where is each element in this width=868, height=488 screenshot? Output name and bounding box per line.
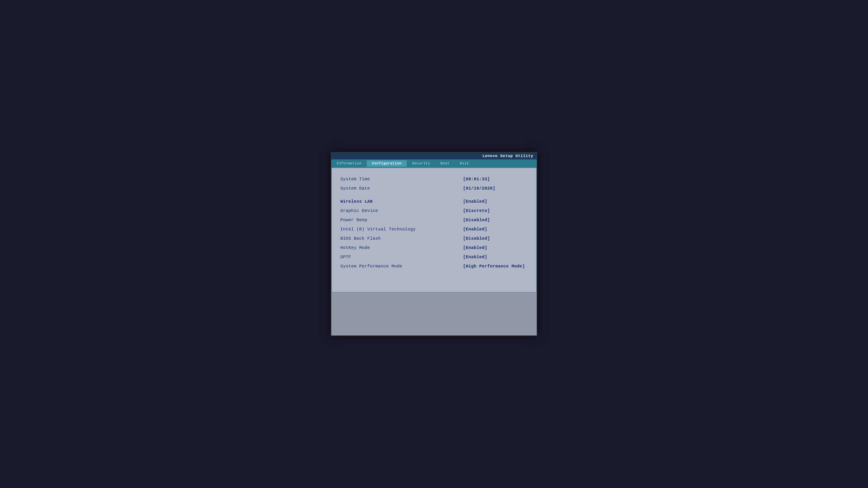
setting-label-power-beep: Power Beep <box>340 218 367 223</box>
setting-row-hotkey-mode[interactable]: HotKey Mode [Enabled] <box>340 243 528 252</box>
setting-value-hotkey-mode: [Enabled] <box>463 245 528 250</box>
divider-1 <box>340 193 528 197</box>
setting-label-system-date: System Date <box>340 186 370 191</box>
setting-label-graphic-device: Graphic Device <box>340 208 378 213</box>
setting-row-wireless-lan[interactable]: Wireless LAN [Enabled] <box>340 197 528 206</box>
setting-label-system-performance: System Performance Mode <box>340 264 402 269</box>
menu-item-exit[interactable]: Exit <box>455 160 474 167</box>
setting-value-system-time: [08:01:33] <box>463 177 528 182</box>
menu-bar: Information Configuration Security Boot … <box>331 159 537 168</box>
setting-value-wireless-lan: [Enabled] <box>463 199 528 204</box>
bios-screen: Lenovo Setup Utility Information Configu… <box>331 152 537 336</box>
settings-table: System Time [08:01:33] System Date [01/1… <box>340 174 528 271</box>
menu-item-boot[interactable]: Boot <box>435 160 455 167</box>
setting-label-system-time: System Time <box>340 177 370 182</box>
setting-value-dptf: [Enabled] <box>463 255 528 259</box>
setting-label-bios-back-flash: BIOS Back Flash <box>340 236 381 241</box>
setting-value-system-date: [01/18/2020] <box>463 186 528 191</box>
menu-item-configuration[interactable]: Configuration <box>367 160 407 167</box>
setting-value-intel-vt: [Enabled] <box>463 227 528 232</box>
setting-row-dptf[interactable]: DPTF [Enabled] <box>340 252 528 262</box>
setting-row-system-time[interactable]: System Time [08:01:33] <box>340 174 528 184</box>
setting-value-graphic-device: [Discrete] <box>463 208 528 213</box>
setting-row-bios-back-flash[interactable]: BIOS Back Flash [Disabled] <box>340 234 528 243</box>
bottom-area <box>331 292 537 335</box>
title-text: Lenovo Setup Utility <box>483 154 533 158</box>
menu-item-security[interactable]: Security <box>407 160 435 167</box>
title-bar: Lenovo Setup Utility <box>331 153 537 159</box>
setting-row-power-beep[interactable]: Power Beep [Disabled] <box>340 216 528 225</box>
setting-label-wireless-lan: Wireless LAN <box>340 199 373 204</box>
setting-label-intel-vt: Intel (R) Virtual Technology <box>340 227 416 232</box>
setting-value-system-performance: [High Performance Mode] <box>463 264 528 269</box>
setting-row-system-performance[interactable]: System Performance Mode [High Performanc… <box>340 262 528 271</box>
setting-row-system-date[interactable]: System Date [01/18/2020] <box>340 184 528 193</box>
setting-label-hotkey-mode: HotKey Mode <box>340 245 370 250</box>
setting-row-intel-vt[interactable]: Intel (R) Virtual Technology [Enabled] <box>340 225 528 234</box>
setting-row-graphic-device[interactable]: Graphic Device [Discrete] <box>340 206 528 216</box>
setting-label-dptf: DPTF <box>340 255 351 259</box>
content-area: System Time [08:01:33] System Date [01/1… <box>331 168 537 292</box>
setting-value-bios-back-flash: [Disabled] <box>463 236 528 241</box>
menu-item-information[interactable]: Information <box>331 160 367 167</box>
setting-value-power-beep: [Disabled] <box>463 218 528 223</box>
